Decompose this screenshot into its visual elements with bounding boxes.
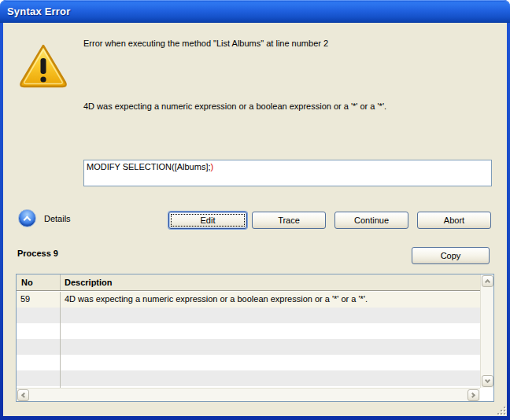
abort-button[interactable]: Abort [417,212,491,229]
window-frame: Syntax Error Error when executing the me… [0,0,510,420]
table-row-empty [17,355,480,370]
scroll-left-button[interactable] [17,389,29,401]
chevron-right-icon [470,392,475,398]
process-label: Process 9 [17,249,58,258]
cell-error-number: 59 [20,294,30,304]
continue-button[interactable]: Continue [334,212,408,229]
column-separator [60,292,61,388]
column-header-no[interactable]: No [21,278,33,287]
details-label: Details [44,214,71,223]
code-error-fragment: ) [211,162,214,171]
dialog-content: Error when executing the method "List Al… [3,23,507,416]
edit-button[interactable]: Edit [168,212,247,229]
table-row-empty [17,339,480,355]
error-table: No Description 59 4D was expecting a num… [16,274,494,402]
trace-button[interactable]: Trace [252,212,326,229]
title-bar[interactable]: Syntax Error [0,0,510,23]
details-toggle-button[interactable] [18,209,36,227]
window-title: Syntax Error [7,6,70,17]
table-row-empty [17,323,480,339]
code-text: MODIFY SELECTION([Albums]; [87,162,211,171]
chevron-left-icon [21,392,27,398]
table-header: No Description [17,274,480,291]
column-separator [60,274,61,290]
resize-grip[interactable] [496,405,505,414]
scroll-down-button[interactable] [482,375,493,387]
table-row-empty [17,370,480,386]
table-body: 59 4D was expecting a numeric expression… [17,292,480,388]
cell-error-description: 4D was expecting a numeric expression or… [65,294,368,304]
horizontal-scrollbar[interactable] [17,388,480,401]
scroll-right-button[interactable] [468,389,479,401]
warning-icon [17,42,69,90]
error-message: Error when executing the method "List Al… [83,39,328,48]
column-header-description[interactable]: Description [65,278,113,287]
chevron-up-icon [24,216,31,224]
chevron-up-icon [485,279,490,285]
code-input[interactable]: MODIFY SELECTION([Albums];) [83,160,492,186]
table-row-empty [17,308,480,323]
vertical-scrollbar[interactable] [480,274,493,388]
table-row[interactable]: 59 4D was expecting a numeric expression… [17,292,480,308]
copy-button[interactable]: Copy [412,247,490,264]
scroll-up-button[interactable] [482,275,493,287]
expected-expression-message: 4D was expecting a numeric expression or… [83,101,386,111]
chevron-down-icon [485,378,490,383]
